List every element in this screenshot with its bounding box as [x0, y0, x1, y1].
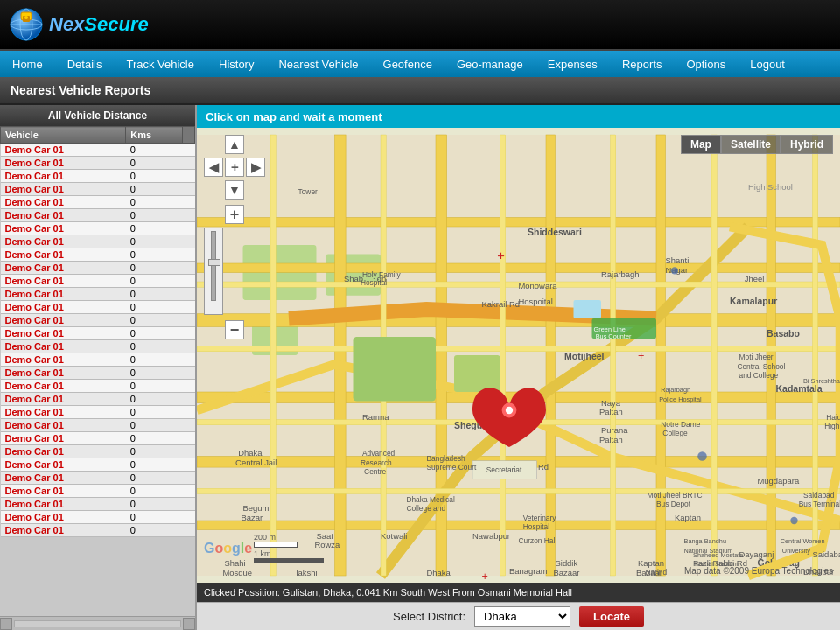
table-row[interactable]: Demo Car 010	[1, 380, 195, 393]
table-row[interactable]: Demo Car 010	[1, 301, 195, 314]
svg-text:Dhaka: Dhaka	[427, 568, 452, 578]
map-copyright: Map data ©2009 Europa Technologies	[684, 566, 833, 576]
table-row[interactable]: Demo Car 010	[1, 367, 195, 380]
nav-history[interactable]: History	[206, 51, 266, 77]
table-row[interactable]: Demo Car 010	[1, 275, 195, 288]
map-type-satellite[interactable]: Satellite	[721, 135, 780, 154]
table-row[interactable]: Demo Car 010	[1, 144, 195, 157]
scroll-cell	[183, 183, 195, 196]
table-row[interactable]: Demo Car 010	[1, 445, 195, 458]
table-row[interactable]: Demo Car 010	[1, 340, 195, 354]
svg-text:Rajarbagh: Rajarbagh	[661, 386, 690, 394]
svg-text:Basabo: Basabo	[766, 328, 800, 339]
vehicle-name: Demo Car 01	[1, 498, 126, 511]
vehicle-name: Demo Car 01	[1, 314, 126, 327]
table-row[interactable]: Demo Car 010	[1, 196, 195, 209]
horizontal-scrollbar[interactable]	[0, 616, 195, 630]
table-row[interactable]: Demo Car 010	[1, 393, 195, 406]
scroll-cell	[183, 157, 195, 170]
scroll-cell	[183, 380, 195, 393]
table-row[interactable]: Demo Car 010	[1, 524, 195, 537]
scroll-cell	[183, 432, 195, 445]
left-panel: All Vehicle Distance Vehicle Kms Demo Ca…	[0, 105, 197, 630]
locate-button[interactable]: Locate	[579, 606, 644, 626]
nav-logout[interactable]: Logout	[738, 51, 797, 77]
scale-label-1km: 1 km	[254, 550, 271, 558]
district-select[interactable]: Dhaka Chittagong Rajshahi Khulna Sylhet	[474, 606, 570, 626]
svg-text:High School: High School	[824, 422, 840, 430]
logo-text: NexSecure	[49, 13, 149, 36]
nav-expenses[interactable]: Expenses	[536, 51, 610, 77]
table-row[interactable]: Demo Car 010	[1, 485, 195, 498]
table-row[interactable]: Demo Car 010	[1, 354, 195, 367]
svg-text:Kamalapur: Kamalapur	[730, 296, 777, 306]
map-container[interactable]: Kakrail Rd Topkhana Rd Shegunbagicha Ram…	[197, 128, 840, 583]
table-row[interactable]: Demo Car 010	[1, 157, 195, 170]
scroll-cell	[183, 144, 195, 157]
svg-rect-25	[197, 488, 840, 494]
table-row[interactable]: Demo Car 010	[1, 248, 195, 262]
map-zoom-out[interactable]: −	[225, 320, 244, 340]
map-pan-up[interactable]: ▲	[225, 135, 244, 154]
table-row[interactable]: Demo Car 010	[1, 314, 195, 327]
svg-rect-23	[197, 346, 840, 352]
map-pan-right[interactable]: ▶	[246, 158, 265, 177]
nav-geo-manage[interactable]: Geo-manage	[444, 51, 536, 77]
table-row[interactable]: Demo Car 010	[1, 432, 195, 445]
scroll-cell	[183, 196, 195, 209]
scale-bar: 200 m 1 km	[254, 533, 324, 564]
map-zoom-in[interactable]: +	[225, 205, 244, 224]
map-type-hybrid[interactable]: Hybrid	[780, 135, 833, 154]
svg-text:Dhaka: Dhaka	[238, 449, 262, 458]
svg-text:Kotwali: Kotwali	[381, 531, 407, 541]
table-row[interactable]: Demo Car 010	[1, 498, 195, 511]
table-row[interactable]: Demo Car 010	[1, 511, 195, 524]
vehicle-name: Demo Car 01	[1, 445, 126, 458]
table-row[interactable]: Demo Car 010	[1, 458, 195, 472]
clicked-position-bar: Clicked Possition: Gulistan, Dhaka, 0.04…	[197, 583, 840, 602]
table-row[interactable]: Demo Car 010	[1, 262, 195, 275]
svg-rect-17	[335, 135, 346, 576]
map-type-map[interactable]: Map	[681, 135, 721, 154]
nav-geofence[interactable]: Geofence	[371, 51, 444, 77]
zoom-slider-thumb[interactable]	[208, 259, 220, 266]
table-row[interactable]: Demo Car 010	[1, 209, 195, 222]
map-pan-center[interactable]: ✛	[225, 158, 244, 177]
nav-reports[interactable]: Reports	[610, 51, 675, 77]
svg-text:Purana: Purana	[601, 425, 628, 435]
map-pan-left[interactable]: ◀	[204, 158, 223, 177]
table-row[interactable]: Demo Car 010	[1, 170, 195, 183]
svg-text:Siddik: Siddik	[556, 559, 578, 569]
table-row[interactable]: Demo Car 010	[1, 406, 195, 419]
vehicle-kms: 0	[126, 209, 183, 222]
map-controls: ▲ ◀ ✛ ▶ ▼ +	[204, 135, 265, 340]
vehicle-name: Demo Car 01	[1, 209, 126, 222]
svg-text:Kadamtala: Kadamtala	[776, 383, 822, 394]
scroll-cell	[183, 445, 195, 458]
svg-text:Paltan: Paltan	[599, 407, 623, 416]
table-row[interactable]: Demo Car 010	[1, 235, 195, 248]
vehicle-table-wrapper[interactable]: Vehicle Kms Demo Car 010Demo Car 010Demo…	[0, 126, 195, 616]
map-pan-down[interactable]: ▼	[225, 180, 244, 200]
svg-text:Shanti: Shanti	[666, 256, 690, 265]
vehicle-kms: 0	[126, 458, 183, 472]
svg-text:College and: College and	[406, 505, 445, 514]
table-row[interactable]: Demo Car 010	[1, 419, 195, 432]
svg-text:Saidabad: Saidabad	[803, 491, 835, 500]
svg-text:Motijheel: Motijheel	[564, 351, 605, 361]
nav-nearest-vehicle[interactable]: Nearest Vehicle	[266, 51, 370, 77]
nav-track-vehicle[interactable]: Track Vehicle	[114, 51, 206, 77]
table-row[interactable]: Demo Car 010	[1, 222, 195, 235]
nav-home[interactable]: Home	[0, 51, 55, 77]
nav-options[interactable]: Options	[674, 51, 738, 77]
table-row[interactable]: Demo Car 010	[1, 327, 195, 340]
table-row[interactable]: Demo Car 010	[1, 472, 195, 485]
svg-text:University: University	[782, 547, 811, 555]
svg-text:College: College	[662, 429, 688, 438]
vehicle-kms: 0	[126, 367, 183, 380]
nav-details[interactable]: Details	[55, 51, 115, 77]
zoom-slider[interactable]	[204, 228, 223, 315]
table-row[interactable]: Demo Car 010	[1, 183, 195, 196]
table-row[interactable]: Demo Car 010	[1, 288, 195, 301]
svg-text:Central Women: Central Women	[780, 537, 825, 545]
